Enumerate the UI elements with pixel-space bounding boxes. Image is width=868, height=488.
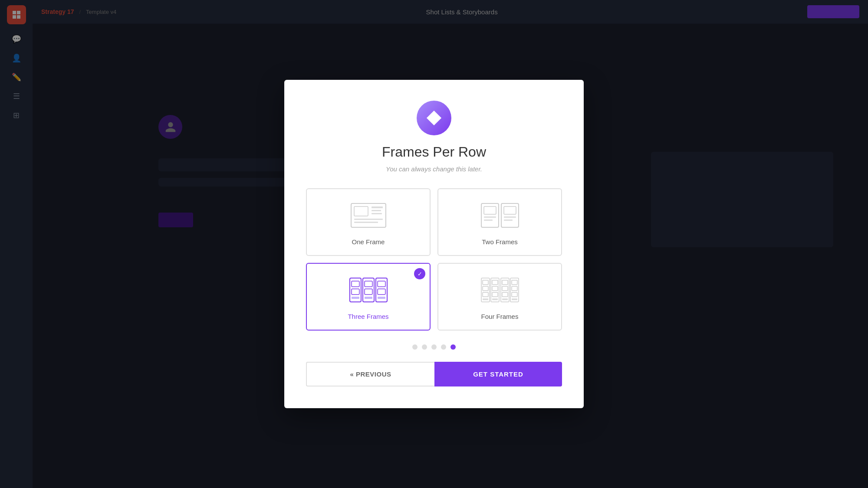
svg-rect-19 <box>504 216 516 218</box>
svg-rect-31 <box>365 297 372 299</box>
get-started-button[interactable]: GET STARTED <box>434 362 562 386</box>
svg-rect-52 <box>512 298 517 300</box>
modal-buttons: « PREVIOUS GET STARTED <box>306 362 562 386</box>
svg-rect-49 <box>483 298 488 300</box>
modal-subtitle: You can always change this later. <box>386 165 482 173</box>
modal: Frames Per Row You can always change thi… <box>284 80 584 408</box>
two-frames-label: Two Frames <box>482 238 518 246</box>
dot-2 <box>422 344 427 350</box>
svg-rect-7 <box>354 206 368 216</box>
svg-rect-27 <box>352 289 359 295</box>
svg-rect-51 <box>502 298 508 300</box>
svg-rect-39 <box>502 280 508 285</box>
svg-rect-15 <box>484 206 496 214</box>
svg-rect-47 <box>502 292 508 297</box>
svg-rect-17 <box>484 216 496 218</box>
svg-rect-40 <box>512 280 517 285</box>
dot-1 <box>412 344 418 350</box>
svg-rect-16 <box>504 206 516 214</box>
modal-logo <box>417 101 451 135</box>
dot-5 <box>450 344 456 350</box>
three-frames-label: Three Frames <box>348 313 388 320</box>
option-one-frame[interactable]: One Frame <box>306 188 431 256</box>
svg-rect-18 <box>484 219 493 221</box>
svg-rect-28 <box>365 289 372 295</box>
svg-rect-50 <box>492 298 498 300</box>
options-grid: One Frame Two Frames <box>306 188 562 331</box>
svg-rect-38 <box>492 280 498 285</box>
svg-rect-9 <box>372 210 381 211</box>
svg-rect-10 <box>372 213 382 214</box>
svg-rect-8 <box>372 206 383 208</box>
svg-rect-32 <box>378 297 385 299</box>
svg-rect-43 <box>502 286 508 291</box>
option-two-frames[interactable]: Two Frames <box>437 188 562 256</box>
one-frame-icon <box>349 201 388 231</box>
svg-rect-11 <box>354 219 383 220</box>
svg-rect-20 <box>504 219 513 221</box>
previous-button[interactable]: « PREVIOUS <box>306 362 434 386</box>
svg-rect-48 <box>512 292 517 297</box>
svg-rect-26 <box>378 281 385 287</box>
svg-rect-44 <box>512 286 517 291</box>
svg-rect-24 <box>352 281 359 287</box>
svg-rect-25 <box>365 281 372 287</box>
modal-title: Frames Per Row <box>382 144 486 160</box>
dot-4 <box>441 344 446 350</box>
one-frame-label: One Frame <box>352 238 385 246</box>
option-three-frames[interactable]: ✓ <box>306 263 431 331</box>
svg-rect-42 <box>492 286 498 291</box>
svg-rect-29 <box>378 289 385 295</box>
svg-rect-46 <box>492 292 498 297</box>
svg-rect-37 <box>483 280 488 285</box>
option-four-frames[interactable]: Four Frames <box>437 263 562 331</box>
svg-rect-30 <box>352 297 359 299</box>
check-badge: ✓ <box>414 268 425 279</box>
progress-dots <box>412 344 456 350</box>
svg-rect-45 <box>483 292 488 297</box>
three-frame-icon <box>349 276 388 306</box>
svg-rect-41 <box>483 286 488 291</box>
modal-overlay: Frames Per Row You can always change thi… <box>0 0 868 488</box>
svg-rect-12 <box>354 222 378 223</box>
dot-3 <box>431 344 437 350</box>
two-frame-icon <box>480 201 519 231</box>
four-frame-icon <box>480 276 519 306</box>
four-frames-label: Four Frames <box>481 313 519 320</box>
